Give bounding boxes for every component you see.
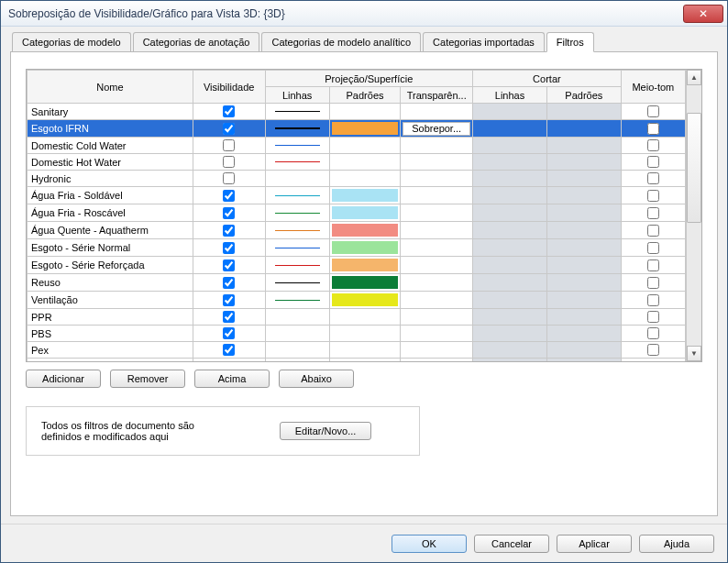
cell-cut-lines[interactable]	[473, 104, 547, 120]
cell-proj-pattern[interactable]	[329, 292, 401, 309]
table-row[interactable]: Sanitary	[28, 104, 686, 120]
visibility-checkbox[interactable]	[223, 139, 235, 151]
cell-proj-transparency[interactable]	[401, 326, 473, 342]
cell-cut-lines[interactable]	[473, 292, 547, 309]
cell-proj-lines[interactable]	[265, 292, 329, 309]
cell-name[interactable]: Pex	[28, 342, 193, 359]
cell-proj-lines[interactable]	[265, 257, 329, 274]
col-proj-transp[interactable]: Transparên...	[401, 87, 473, 104]
cell-proj-pattern[interactable]	[329, 138, 401, 154]
cell-proj-pattern[interactable]	[329, 326, 401, 342]
cell-visibility[interactable]	[193, 326, 265, 342]
cell-halftone[interactable]	[621, 239, 685, 257]
cell-proj-pattern[interactable]	[329, 222, 401, 239]
cell-proj-lines[interactable]	[265, 239, 329, 257]
cell-proj-pattern[interactable]	[329, 204, 401, 222]
halftone-checkbox[interactable]	[647, 123, 659, 135]
cell-cut-lines[interactable]	[473, 120, 547, 138]
cell-proj-pattern[interactable]	[329, 274, 401, 292]
cell-visibility[interactable]	[193, 138, 265, 154]
cell-halftone[interactable]	[621, 204, 685, 222]
cell-cut-lines[interactable]	[473, 239, 547, 257]
cell-proj-transparency[interactable]: Sobrepor...	[401, 120, 473, 138]
cell-name[interactable]: Esgoto IFRN	[28, 120, 193, 138]
override-button[interactable]: Sobrepor...	[403, 122, 470, 136]
cell-cut-patterns[interactable]	[546, 342, 621, 359]
cell-proj-transparency[interactable]	[401, 104, 473, 120]
cell-cut-patterns[interactable]	[546, 309, 621, 326]
cell-name[interactable]: Água Fria - Soldável	[28, 187, 193, 204]
cell-halftone[interactable]	[621, 342, 685, 359]
cell-halftone[interactable]	[621, 292, 685, 309]
cell-proj-lines[interactable]	[265, 171, 329, 187]
cell-cut-lines[interactable]	[473, 222, 547, 239]
cell-visibility[interactable]	[193, 187, 265, 204]
cell-visibility[interactable]	[193, 104, 265, 120]
cell-name[interactable]: Domestic Hot Water	[28, 154, 193, 171]
table-row[interactable]: Pex	[28, 342, 686, 359]
table-row[interactable]: Ventilação	[28, 292, 686, 309]
halftone-checkbox[interactable]	[647, 344, 659, 356]
cell-cut-lines[interactable]	[473, 138, 547, 154]
ok-button[interactable]: OK	[392, 535, 467, 553]
cell-name[interactable]: Esgoto - Série Reforçada	[28, 257, 193, 274]
cell-visibility[interactable]	[193, 292, 265, 309]
cell-halftone[interactable]	[621, 171, 685, 187]
titlebar[interactable]: Sobreposição de Visibilidade/Gráfico par…	[1, 1, 727, 27]
visibility-checkbox[interactable]	[223, 344, 235, 356]
cell-halftone[interactable]	[621, 309, 685, 326]
cell-proj-pattern[interactable]	[329, 104, 401, 120]
col-proj-lines[interactable]: Linhas	[265, 87, 329, 104]
cell-visibility[interactable]	[193, 309, 265, 326]
cell-cut-patterns[interactable]	[546, 326, 621, 342]
halftone-checkbox[interactable]	[647, 156, 659, 168]
cell-visibility[interactable]	[193, 274, 265, 292]
cell-cut-patterns[interactable]	[546, 204, 621, 222]
cell-cut-lines[interactable]	[473, 204, 547, 222]
halftone-checkbox[interactable]	[647, 327, 659, 339]
cell-visibility[interactable]	[193, 154, 265, 171]
cell-cut-lines[interactable]	[473, 326, 547, 342]
halftone-checkbox[interactable]	[647, 105, 659, 117]
visibility-checkbox[interactable]	[223, 207, 235, 219]
visibility-checkbox[interactable]	[223, 242, 235, 254]
cell-name[interactable]: PPR	[28, 309, 193, 326]
cell-proj-transparency[interactable]	[401, 222, 473, 239]
scroll-track[interactable]	[687, 85, 701, 346]
cell-proj-pattern[interactable]	[329, 187, 401, 204]
cell-visibility[interactable]	[193, 204, 265, 222]
cell-name[interactable]: PBS	[28, 326, 193, 342]
cell-name[interactable]: Água Quente - Aquatherm	[28, 222, 193, 239]
cell-proj-lines[interactable]	[265, 342, 329, 359]
cell-halftone[interactable]	[621, 104, 685, 120]
cell-halftone[interactable]	[621, 222, 685, 239]
table-row[interactable]: Domestic Hot Water	[28, 154, 686, 171]
halftone-checkbox[interactable]	[647, 190, 659, 202]
cell-cut-patterns[interactable]	[546, 292, 621, 309]
cell-proj-pattern[interactable]	[329, 239, 401, 257]
up-button[interactable]: Acima	[194, 370, 270, 388]
col-visibility[interactable]: Visibilidade	[193, 71, 265, 104]
cell-cut-patterns[interactable]	[546, 120, 621, 138]
visibility-checkbox[interactable]	[223, 225, 235, 237]
cell-halftone[interactable]	[621, 154, 685, 171]
cell-proj-pattern[interactable]	[329, 171, 401, 187]
cell-halftone[interactable]	[621, 120, 685, 138]
col-cut[interactable]: Cortar	[473, 71, 622, 87]
visibility-checkbox[interactable]	[223, 294, 235, 306]
help-button[interactable]: Ajuda	[639, 535, 714, 553]
cancel-button[interactable]: Cancelar	[474, 535, 549, 553]
cell-halftone[interactable]	[621, 274, 685, 292]
visibility-checkbox[interactable]	[223, 311, 235, 323]
scroll-up-button[interactable]: ▲	[687, 70, 701, 85]
visibility-checkbox[interactable]	[223, 327, 235, 339]
table-row[interactable]: Água Fria - Soldável	[28, 187, 686, 204]
cell-cut-patterns[interactable]	[546, 138, 621, 154]
cell-proj-pattern[interactable]	[329, 120, 401, 138]
cell-halftone[interactable]	[621, 326, 685, 342]
cell-proj-transparency[interactable]	[401, 257, 473, 274]
cell-proj-transparency[interactable]	[401, 154, 473, 171]
cell-visibility[interactable]	[193, 222, 265, 239]
table-row[interactable]: Água Fria - Roscável	[28, 204, 686, 222]
col-projection[interactable]: Projeção/Superfície	[265, 71, 473, 87]
